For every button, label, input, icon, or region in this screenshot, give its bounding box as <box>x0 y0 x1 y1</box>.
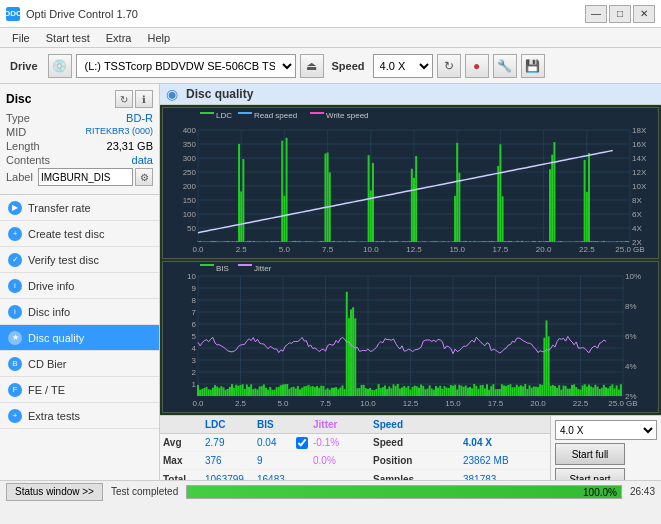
options-button[interactable]: 🔧 <box>493 54 517 78</box>
disc-label-label: Label <box>6 171 33 183</box>
window-controls: — □ ✕ <box>585 5 655 23</box>
bottom-chart <box>162 261 659 413</box>
disc-refresh-btn[interactable]: ↻ <box>115 90 133 108</box>
status-text: Test completed <box>111 486 178 497</box>
type-label: Type <box>6 112 30 124</box>
menu-extra[interactable]: Extra <box>98 30 140 46</box>
extra-tests-icon: + <box>8 409 22 423</box>
window-title: Opti Drive Control 1.70 <box>26 8 138 20</box>
avg-jitter: -0.1% <box>310 437 370 448</box>
cd-bier-icon: B <box>8 357 22 371</box>
sidebar-item-label: Drive info <box>28 280 74 292</box>
status-window-button[interactable]: Status window >> <box>6 483 103 501</box>
total-label: Total <box>160 474 202 481</box>
avg-label: Avg <box>160 437 202 448</box>
sidebar-item-cd-bier[interactable]: B CD Bier <box>0 351 159 377</box>
contents-label: Contents <box>6 154 50 166</box>
disc-title: Disc <box>6 92 31 106</box>
sidebar-item-label: Transfer rate <box>28 202 91 214</box>
total-ldc: 1063799 <box>202 474 254 481</box>
mid-value: RITEKBR3 (000) <box>85 126 153 138</box>
length-label: Length <box>6 140 40 152</box>
speed-select[interactable]: 4.0 X <box>373 54 433 78</box>
maximize-button[interactable]: □ <box>609 5 631 23</box>
col-bis: BIS <box>254 419 296 430</box>
bottom-chart-canvas <box>163 262 658 412</box>
jitter-checkbox[interactable] <box>296 437 308 449</box>
sidebar-item-label: Disc quality <box>28 332 84 344</box>
position-val: 23862 MB <box>460 455 550 466</box>
sidebar-item-extra-tests[interactable]: + Extra tests <box>0 403 159 429</box>
disc-info-icon: i <box>8 305 22 319</box>
chart-title: Disc quality <box>186 87 253 101</box>
sidebar-item-label: Disc info <box>28 306 70 318</box>
eject-button[interactable]: ⏏ <box>300 54 324 78</box>
content-area: ◉ Disc quality LDC B <box>160 84 661 480</box>
transfer-rate-icon: ▶ <box>8 201 22 215</box>
total-bis: 16483 <box>254 474 296 481</box>
refresh-button[interactable]: ↻ <box>437 54 461 78</box>
progress-text: 100.0% <box>583 486 617 499</box>
speed-display-val: 4.04 X <box>460 437 550 448</box>
top-chart-canvas <box>163 108 658 258</box>
length-value: 23,31 GB <box>107 140 153 152</box>
drive-info-icon: i <box>8 279 22 293</box>
title-bar: ODC Opti Drive Control 1.70 — □ ✕ <box>0 0 661 28</box>
disc-info-btn[interactable]: ℹ <box>135 90 153 108</box>
status-bar: Status window >> Test completed 100.0% 2… <box>0 480 661 502</box>
start-full-button[interactable]: Start full <box>555 443 625 465</box>
col-ldc: LDC <box>202 419 254 430</box>
progress-bar-fill <box>187 486 621 498</box>
sidebar-nav: ▶ Transfer rate + Create test disc ✓ Ver… <box>0 195 159 480</box>
sidebar-item-label: Extra tests <box>28 410 80 422</box>
mid-label: MID <box>6 126 26 138</box>
sidebar-item-label: Create test disc <box>28 228 104 240</box>
contents-value: data <box>132 154 153 166</box>
avg-ldc: 2.79 <box>202 437 254 448</box>
samples-val: 381783 <box>460 474 550 481</box>
start-part-button[interactable]: Start part <box>555 468 625 480</box>
verify-test-disc-icon: ✓ <box>8 253 22 267</box>
sidebar-item-disc-info[interactable]: i Disc info <box>0 299 159 325</box>
sidebar-item-label: Verify test disc <box>28 254 99 266</box>
col-speed: Speed <box>370 419 460 430</box>
sidebar-item-fe-te[interactable]: F FE / TE <box>0 377 159 403</box>
sidebar-item-drive-info[interactable]: i Drive info <box>0 273 159 299</box>
drive-icon-btn[interactable]: 💿 <box>48 54 72 78</box>
minimize-button[interactable]: — <box>585 5 607 23</box>
max-ldc: 376 <box>202 455 254 466</box>
close-button[interactable]: ✕ <box>633 5 655 23</box>
position-label: Position <box>370 455 460 466</box>
chart-header-icon: ◉ <box>166 86 178 102</box>
max-label: Max <box>160 455 202 466</box>
menu-file[interactable]: File <box>4 30 38 46</box>
speed-label: Speed <box>328 60 369 72</box>
label-options-btn[interactable]: ⚙ <box>135 168 153 186</box>
sidebar-item-create-test-disc[interactable]: + Create test disc <box>0 221 159 247</box>
stats-bar: LDC BIS Jitter Speed Avg 2.79 0.04 -0.1% <box>160 415 661 480</box>
progress-bar-container: 100.0% <box>186 485 622 499</box>
menu-help[interactable]: Help <box>139 30 178 46</box>
samples-label: Samples <box>370 474 460 481</box>
chart-header: ◉ Disc quality <box>160 84 661 105</box>
sidebar-item-verify-test-disc[interactable]: ✓ Verify test disc <box>0 247 159 273</box>
drive-label: Drive <box>4 60 44 72</box>
menu-start-test[interactable]: Start test <box>38 30 98 46</box>
app-icon: ODC <box>6 7 20 21</box>
fe-te-icon: F <box>8 383 22 397</box>
charts-container <box>160 105 661 415</box>
sidebar: Disc ↻ ℹ Type BD-R MID RITEKBR3 (000) Le… <box>0 84 160 480</box>
speed-combo-select[interactable]: 4.0 X <box>555 420 657 440</box>
speed-display-label: Speed <box>370 437 460 448</box>
drive-select[interactable]: (L:) TSSTcorp BDDVDW SE-506CB TS02 <box>76 54 296 78</box>
main-layout: Disc ↻ ℹ Type BD-R MID RITEKBR3 (000) Le… <box>0 84 661 480</box>
burn-button[interactable]: ● <box>465 54 489 78</box>
save-button[interactable]: 💾 <box>521 54 545 78</box>
status-time: 26:43 <box>630 486 655 497</box>
sidebar-item-transfer-rate[interactable]: ▶ Transfer rate <box>0 195 159 221</box>
max-bis: 9 <box>254 455 296 466</box>
sidebar-item-disc-quality[interactable]: ★ Disc quality <box>0 325 159 351</box>
avg-bis: 0.04 <box>254 437 296 448</box>
disc-label-input[interactable] <box>38 168 133 186</box>
max-jitter: 0.0% <box>310 455 370 466</box>
